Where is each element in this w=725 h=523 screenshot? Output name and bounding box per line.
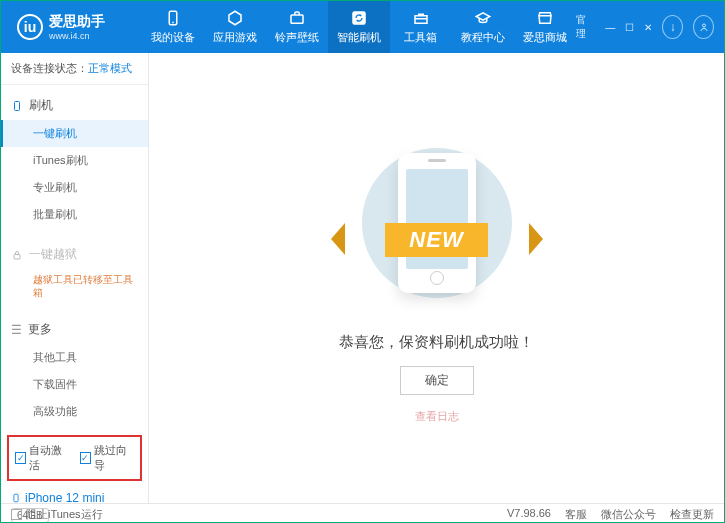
logo-icon: iu [17, 14, 43, 40]
sidebar-item-download-firmware[interactable]: 下载固件 [1, 371, 148, 398]
sidebar: 设备连接状态：正常模式 刷机 一键刷机 iTunes刷机 专业刷机 批量刷机 一… [1, 53, 149, 503]
svg-point-5 [702, 24, 705, 27]
footer-link-support[interactable]: 客服 [565, 507, 587, 522]
new-ribbon: NEW [385, 223, 487, 257]
jailbreak-note: 越狱工具已转移至工具箱 [1, 269, 148, 303]
sidebar-item-advanced[interactable]: 高级功能 [1, 398, 148, 425]
sidebar-item-other-tools[interactable]: 其他工具 [1, 344, 148, 371]
download-icon[interactable]: ↓ [662, 15, 683, 39]
app-name: 爱思助手 [49, 13, 105, 31]
view-log-link[interactable]: 查看日志 [415, 409, 459, 424]
sidebar-item-batch-flash[interactable]: 批量刷机 [1, 201, 148, 228]
checkbox-auto-activate[interactable]: ✓自动激活 [15, 443, 70, 473]
svg-rect-8 [14, 494, 18, 502]
nav-toolbox[interactable]: 工具箱 [390, 1, 452, 53]
main-panel: NEW 恭喜您，保资料刷机成功啦！ 确定 查看日志 [149, 53, 724, 503]
toolbox-icon [412, 9, 430, 27]
svg-rect-7 [14, 254, 20, 259]
window-hint[interactable]: 官 理 [576, 13, 596, 41]
checkbox-block-itunes[interactable] [11, 509, 22, 520]
svg-rect-6 [15, 101, 20, 110]
logo-area: iu 爱思助手 www.i4.cn [1, 13, 142, 41]
footer-link-wechat[interactable]: 微信公众号 [601, 507, 656, 522]
menu-icon: ☰ [11, 323, 22, 337]
sidebar-item-itunes-flash[interactable]: iTunes刷机 [1, 147, 148, 174]
section-flash[interactable]: 刷机 [1, 91, 148, 120]
nav-ringtones[interactable]: 铃声壁纸 [266, 1, 328, 53]
app-url: www.i4.cn [49, 31, 105, 41]
nav-apps-games[interactable]: 应用游戏 [204, 1, 266, 53]
svg-rect-2 [291, 15, 303, 23]
nav-smart-flash[interactable]: 智能刷机 [328, 1, 390, 53]
sidebar-item-pro-flash[interactable]: 专业刷机 [1, 174, 148, 201]
nav-store[interactable]: 爱思商城 [514, 1, 576, 53]
lock-icon [11, 249, 23, 261]
window-controls: 官 理 — ☐ ✕ ↓ [576, 13, 724, 41]
store-icon [536, 9, 554, 27]
check-icon: ✓ [80, 452, 91, 464]
minimize-icon[interactable]: — [605, 22, 615, 33]
refresh-icon [350, 9, 368, 27]
ok-button[interactable]: 确定 [400, 366, 474, 395]
phone-icon [11, 100, 23, 112]
sidebar-item-oneclick-flash[interactable]: 一键刷机 [1, 120, 148, 147]
section-jailbreak[interactable]: 一键越狱 [1, 240, 148, 269]
device-name: iPhone 12 mini [25, 491, 104, 505]
title-bar: iu 爱思助手 www.i4.cn 我的设备 应用游戏 铃声壁纸 智能刷机 工具… [1, 1, 724, 53]
connection-status: 设备连接状态：正常模式 [1, 53, 148, 85]
svg-rect-3 [352, 11, 366, 25]
success-message: 恭喜您，保资料刷机成功啦！ [339, 333, 534, 352]
main-nav: 我的设备 应用游戏 铃声壁纸 智能刷机 工具箱 教程中心 爱思商城 [142, 1, 576, 53]
options-highlight-box: ✓自动激活 ✓跳过向导 [7, 435, 142, 481]
section-more[interactable]: ☰ 更多 [1, 315, 148, 344]
app-icon [226, 9, 244, 27]
success-illustration: NEW [327, 133, 547, 313]
user-icon[interactable] [693, 15, 714, 39]
phone-icon [164, 9, 182, 27]
maximize-icon[interactable]: ☐ [625, 22, 634, 33]
check-icon: ✓ [15, 452, 26, 464]
briefcase-icon [288, 9, 306, 27]
nav-tutorials[interactable]: 教程中心 [452, 1, 514, 53]
version-label: V7.98.66 [507, 507, 551, 522]
nav-my-device[interactable]: 我的设备 [142, 1, 204, 53]
block-itunes-label: 阻止iTunes运行 [26, 507, 103, 522]
footer-link-update[interactable]: 检查更新 [670, 507, 714, 522]
close-icon[interactable]: ✕ [644, 22, 652, 33]
checkbox-skip-guide[interactable]: ✓跳过向导 [80, 443, 135, 473]
phone-icon [11, 491, 21, 505]
graduation-icon [474, 9, 492, 27]
